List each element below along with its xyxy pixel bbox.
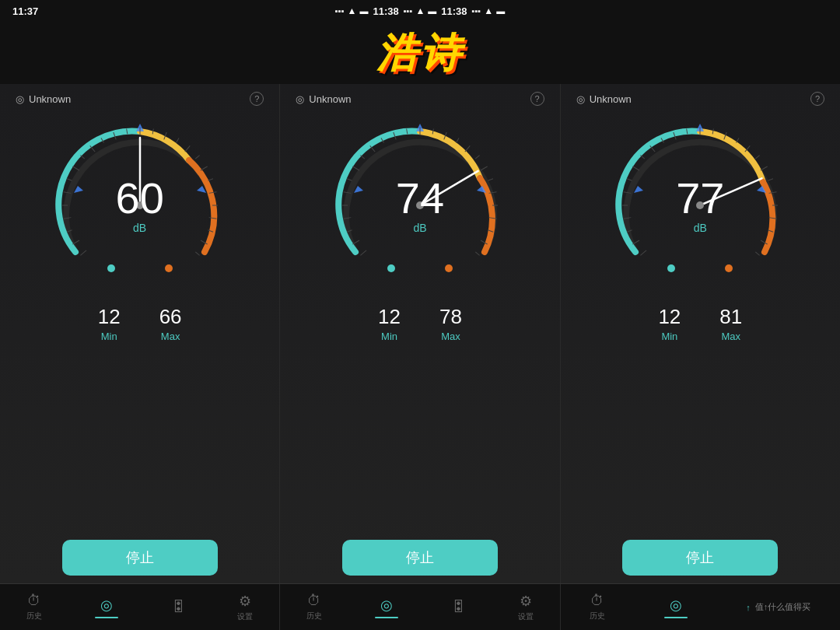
svg-line-11 xyxy=(67,179,72,180)
min-label-1: Min xyxy=(98,331,121,342)
max-label-2: Max xyxy=(439,331,462,342)
svg-line-12 xyxy=(72,166,79,170)
help-icon-3[interactable]: ? xyxy=(810,92,824,106)
svg-line-45 xyxy=(347,179,352,180)
minmax-row-3: 12 Min 81 Max xyxy=(658,305,742,342)
svg-line-93 xyxy=(768,179,774,180)
meter-icon-1: ◎ xyxy=(100,597,113,614)
location-text-1: Unknown xyxy=(29,93,71,105)
min-item-1: 12 Min xyxy=(98,305,121,342)
tool-icon-1: 🎛 xyxy=(171,599,185,615)
help-icon-2[interactable]: ? xyxy=(530,92,544,106)
minmax-row-2: 12 Min 78 Max xyxy=(378,305,462,342)
max-value-2: 78 xyxy=(439,305,462,329)
svg-point-66 xyxy=(387,264,395,272)
max-value-3: 81 xyxy=(719,305,742,329)
svg-line-31 xyxy=(195,252,199,255)
active-bar-2 xyxy=(375,617,398,618)
nav-item-active-2[interactable]: ◎ xyxy=(375,597,398,618)
svg-line-91 xyxy=(756,156,760,159)
time-left: 11:37 xyxy=(12,5,38,17)
history-label-2: 历史 xyxy=(306,611,322,621)
svg-point-67 xyxy=(445,264,453,272)
nav-item-history-1[interactable]: ⏱ 历史 xyxy=(26,593,42,621)
nav-item-tool-1[interactable]: 🎛 xyxy=(171,599,185,615)
max-value-1: 66 xyxy=(159,305,182,329)
gauge-center-3: 77 dB xyxy=(676,177,724,234)
watermark-text: 值↑什么值得买 xyxy=(755,601,811,613)
nav-item-history-2[interactable]: ⏱ 历史 xyxy=(306,593,322,621)
history-icon-2: ⏱ xyxy=(307,593,321,609)
svg-line-80 xyxy=(633,166,640,170)
min-value-2: 12 xyxy=(378,305,401,329)
svg-line-92 xyxy=(761,166,768,170)
settings-label-1: 设置 xyxy=(237,611,253,622)
svg-line-57 xyxy=(475,156,479,159)
svg-line-13 xyxy=(80,156,84,159)
svg-line-39 xyxy=(360,250,366,255)
brand-banner: 浩诗 xyxy=(0,22,840,84)
max-item-1: 66 Max xyxy=(159,305,182,342)
min-value-3: 12 xyxy=(658,305,681,329)
bottom-nav: ⏱ 历史 ◎ 🎛 ⚙ 设置 ⏱ 历史 ◎ 🎛 ⚙ 设置 xyxy=(0,583,840,630)
svg-line-82 xyxy=(650,145,655,152)
svg-line-65 xyxy=(475,252,479,255)
min-item-2: 12 Min xyxy=(378,305,401,342)
svg-line-89 xyxy=(737,138,740,142)
stop-button-2[interactable]: 停止 xyxy=(342,540,498,576)
svg-point-32 xyxy=(107,264,115,272)
svg-line-99 xyxy=(756,252,760,255)
nav-section-2: ⏱ 历史 ◎ 🎛 ⚙ 设置 xyxy=(280,584,560,630)
brand-title: 浩诗 xyxy=(376,26,464,81)
svg-line-21 xyxy=(176,138,179,142)
svg-line-48 xyxy=(370,145,375,152)
watermark-section: ↑ 值↑什么值得买 xyxy=(746,601,810,613)
help-icon-1[interactable]: ? xyxy=(250,92,264,106)
gauge-value-3: 77 xyxy=(676,177,724,220)
max-label-1: Max xyxy=(159,331,182,342)
stop-button-1[interactable]: 停止 xyxy=(62,540,218,576)
location-icon-3: ◎ xyxy=(576,93,585,105)
min-label-3: Min xyxy=(658,331,681,342)
history-label-3: 历史 xyxy=(590,611,605,621)
main-content: ◎ Unknown ? // Will be drawn via JS belo… xyxy=(0,84,840,583)
max-item-2: 78 Max xyxy=(439,305,462,342)
nav-item-settings-1[interactable]: ⚙ 设置 xyxy=(237,593,253,622)
nav-item-active-3[interactable]: ◎ xyxy=(664,597,688,618)
location-text-2: Unknown xyxy=(309,93,351,105)
status-left: 11:37 xyxy=(12,5,284,17)
location-row-1: ◎ Unknown ? xyxy=(0,92,279,112)
location-text-3: Unknown xyxy=(590,93,632,105)
active-bar-1 xyxy=(95,617,118,618)
svg-line-24 xyxy=(201,166,208,170)
location-icon-2: ◎ xyxy=(296,93,304,105)
location-row-3: ◎ Unknown ? xyxy=(561,92,840,112)
gauge-unit-3: dB xyxy=(676,222,724,234)
history-icon-1: ⏱ xyxy=(27,593,41,609)
nav-item-settings-2[interactable]: ⚙ 设置 xyxy=(518,593,534,622)
svg-line-5 xyxy=(80,250,86,255)
status-bar: 11:37 ▪▪▪ ▲ ▬ 11:38 ▪▪▪ ▲ ▬ 11:38 ▪▪▪ ▲ … xyxy=(0,0,840,22)
svg-line-81 xyxy=(641,156,645,159)
gauge-1: // Will be drawn via JS below xyxy=(51,116,229,295)
settings-label-2: 设置 xyxy=(518,611,534,622)
gauge-unit-1: dB xyxy=(116,222,164,234)
settings-icon-1: ⚙ xyxy=(239,593,251,610)
time-center: 11:38 xyxy=(373,5,398,17)
svg-line-23 xyxy=(195,156,199,159)
svg-line-55 xyxy=(456,138,459,142)
min-label-2: Min xyxy=(378,331,401,342)
stop-button-3[interactable]: 停止 xyxy=(622,540,778,576)
svg-line-47 xyxy=(360,156,364,159)
svg-line-59 xyxy=(488,179,493,180)
tool-icon-2: 🎛 xyxy=(451,599,465,615)
location-row-2: ◎ Unknown ? xyxy=(280,92,559,112)
nav-item-history-3[interactable]: ⏱ 历史 xyxy=(590,593,605,621)
nav-item-tool-2[interactable]: 🎛 xyxy=(451,599,465,615)
gauge-value-2: 74 xyxy=(396,177,444,220)
nav-item-active-1[interactable]: ◎ xyxy=(95,597,118,618)
gauge-center-2: 74 dB xyxy=(396,177,444,234)
svg-line-58 xyxy=(481,166,488,170)
gauge-value-1: 60 xyxy=(116,177,164,220)
min-value-1: 12 xyxy=(98,305,121,329)
